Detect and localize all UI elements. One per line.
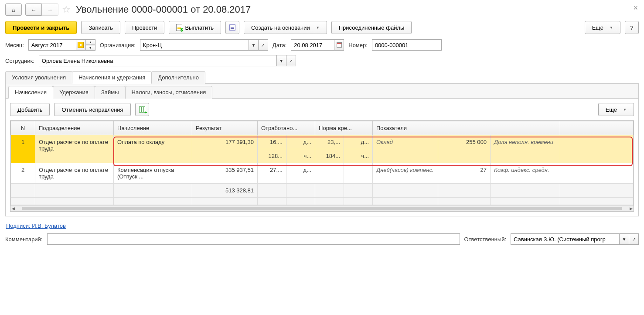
scroll-right-icon: ▶ <box>628 206 634 211</box>
col-indicators[interactable]: Показатели <box>373 121 560 135</box>
tab-additional[interactable]: Дополнительно <box>151 71 205 84</box>
home-icon: ⌂ <box>12 7 15 13</box>
cell-indicator-label: Дней(часов) компенс. <box>373 163 438 184</box>
col-result[interactable]: Результат <box>192 121 258 135</box>
add-row-button[interactable]: Добавить <box>10 103 50 116</box>
comment-label: Комментарий: <box>5 236 43 243</box>
month-picker-button[interactable] <box>76 39 86 51</box>
responsible-label: Ответственный: <box>464 236 506 243</box>
date-label: Дата: <box>273 42 286 48</box>
subtab-loans[interactable]: Займы <box>95 86 126 99</box>
col-n[interactable]: N <box>11 121 35 135</box>
responsible-open-button[interactable]: ↗ <box>629 233 639 245</box>
post-button[interactable]: Провести <box>125 21 165 34</box>
cell-worked-days-unit: д... <box>286 135 315 149</box>
cell-norm-hours: 184... <box>315 149 344 163</box>
cell-norm-hours-unit: ч... <box>344 149 373 163</box>
responsible-input[interactable] <box>511 233 620 245</box>
col-worked[interactable]: Отработано... <box>258 121 315 135</box>
employee-label: Сотрудник: <box>5 58 34 64</box>
grid-more-button[interactable]: Еще <box>598 103 634 116</box>
org-dropdown-button[interactable]: ▼ <box>249 39 259 51</box>
forward-button[interactable]: → <box>42 3 58 16</box>
accruals-grid[interactable]: N Подразделение Начисление Результат Отр… <box>10 121 634 205</box>
cell-department: Отдел расчетов по оплате труда <box>35 135 114 163</box>
employee-input[interactable] <box>39 55 277 66</box>
cell-indicator2-label: Коэф. индекс. средн. <box>491 163 560 184</box>
columns-icon <box>139 106 145 113</box>
cell-rownum: 1 <box>11 135 35 163</box>
cell-worked-hours-unit: ч... <box>286 149 315 163</box>
org-label: Организация: <box>100 42 136 48</box>
more-button[interactable]: Еще <box>585 21 620 34</box>
undo-corrections-button[interactable]: Отменить исправления <box>54 103 130 116</box>
signatures-link[interactable]: Подписи: И.В. Булатов <box>6 223 66 229</box>
cell-accrual: Оплата по окладу <box>114 135 192 163</box>
create-based-on-button[interactable]: Создать на основании <box>244 21 327 34</box>
horizontal-scrollbar[interactable]: ◀ ▶ <box>10 205 634 211</box>
write-button[interactable]: Записать <box>81 21 120 34</box>
col-department[interactable]: Подразделение <box>35 121 114 135</box>
pay-button[interactable]: Выплатить <box>169 21 221 34</box>
records-icon <box>229 24 235 31</box>
month-grid-icon <box>78 42 84 48</box>
month-label: Месяц: <box>5 42 24 48</box>
month-down-button[interactable]: ▼ <box>86 45 95 51</box>
payment-icon <box>176 24 182 31</box>
tab-accruals-deductions[interactable]: Начисления и удержания <box>72 71 152 84</box>
cell-accrual: Компенсация отпуска (Отпуск ... <box>114 163 192 184</box>
home-button[interactable]: ⌂ <box>5 3 22 16</box>
favorite-star-icon[interactable]: ☆ <box>62 4 71 15</box>
column-manager-button[interactable] <box>135 103 149 116</box>
cell-indicator-value: 255 000 <box>438 135 491 163</box>
col-extra[interactable] <box>560 121 634 135</box>
tab-dismissal-conditions[interactable]: Условия увольнения <box>5 71 72 84</box>
back-button[interactable]: ← <box>25 3 42 16</box>
attached-files-button[interactable]: Присоединенные файлы <box>331 21 412 34</box>
org-input[interactable] <box>140 39 249 51</box>
subtab-taxes[interactable]: Налоги, взносы, отчисления <box>125 86 213 99</box>
comment-input[interactable] <box>47 233 460 245</box>
subtab-accruals[interactable]: Начисления <box>8 86 53 99</box>
col-accrual[interactable]: Начисление <box>114 121 192 135</box>
col-norm[interactable]: Норма вре... <box>315 121 373 135</box>
table-row[interactable]: 2 Отдел расчетов по оплате труда Компенс… <box>11 163 634 184</box>
cell-norm-days: 23,... <box>315 135 344 149</box>
post-and-close-button[interactable]: Провести и закрыть <box>5 21 77 34</box>
main-tabs: Условия увольнения Начисления и удержани… <box>5 71 639 84</box>
summary-row: 513 328,81 <box>11 184 634 198</box>
month-up-button[interactable]: ▲ <box>86 39 95 45</box>
cell-worked-days: 16,... <box>258 135 286 149</box>
cell-worked-days: 27,... <box>258 163 286 184</box>
date-input[interactable] <box>291 39 334 51</box>
help-button[interactable]: ? <box>625 21 639 34</box>
cell-worked-hours: 128... <box>258 149 286 163</box>
arrow-left-icon: ← <box>31 7 37 13</box>
page-title: Увольнение 0000-000001 от 20.08.2017 <box>76 4 251 15</box>
cell-result: 177 391,30 <box>192 135 258 163</box>
cell-norm-days-unit: д... <box>344 135 373 149</box>
cell-department: Отдел расчетов по оплате труда <box>35 163 114 184</box>
cell-result: 335 937,51 <box>192 163 258 184</box>
arrow-right-icon: → <box>47 7 53 13</box>
subtab-deductions[interactable]: Удержания <box>53 86 95 99</box>
records-button[interactable] <box>225 21 239 34</box>
cell-indicator-value: 27 <box>438 163 491 184</box>
scrollbar-thumb[interactable] <box>22 207 622 210</box>
calendar-icon <box>337 42 342 48</box>
employee-open-button[interactable]: ↗ <box>286 55 296 66</box>
table-row[interactable]: 1 Отдел расчетов по оплате труда Оплата … <box>11 135 634 149</box>
employee-dropdown-button[interactable]: ▼ <box>277 55 286 66</box>
responsible-dropdown-button[interactable]: ▼ <box>620 233 629 245</box>
cell-worked-days-unit: д... <box>286 163 315 184</box>
date-picker-button[interactable] <box>334 39 344 51</box>
summary-row-2 <box>11 198 634 205</box>
number-label: Номер: <box>348 42 368 48</box>
cell-indicator-label: Оклад <box>373 135 438 163</box>
scroll-left-icon: ◀ <box>10 206 16 211</box>
close-button[interactable]: × <box>633 3 638 13</box>
org-open-button[interactable]: ↗ <box>259 39 268 51</box>
month-input[interactable] <box>28 39 76 51</box>
cell-rownum: 2 <box>11 163 35 184</box>
number-input[interactable] <box>372 39 442 51</box>
